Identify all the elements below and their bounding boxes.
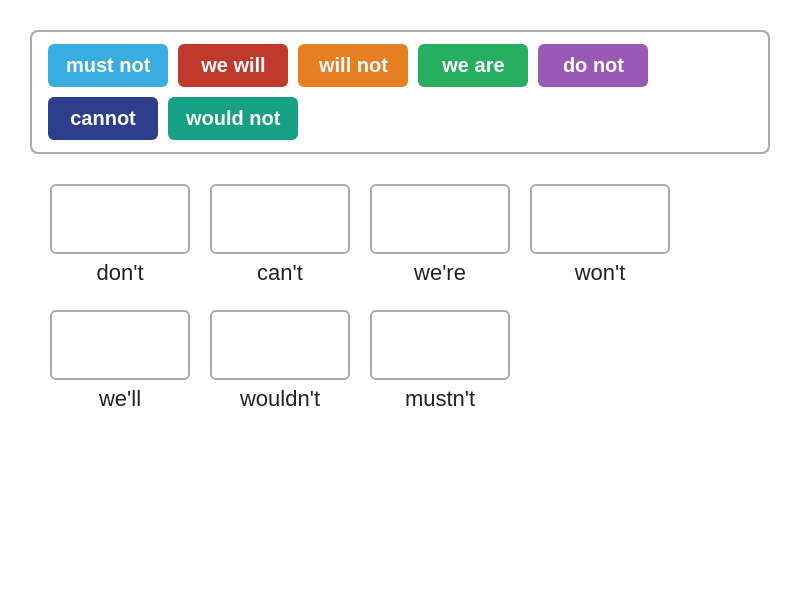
target-group-were: we're <box>370 184 510 286</box>
word-bank: must notwe willwill notwe aredo notcanno… <box>30 30 770 154</box>
chip-do-not[interactable]: do not <box>538 44 648 87</box>
drop-box-were[interactable] <box>370 184 510 254</box>
target-group-wont: won't <box>530 184 670 286</box>
drop-box-cant[interactable] <box>210 184 350 254</box>
chip-must-not[interactable]: must not <box>48 44 168 87</box>
chip-we-will[interactable]: we will <box>178 44 288 87</box>
target-label-dont: don't <box>96 260 143 286</box>
drop-targets-row2: we'llwouldn'tmustn't <box>30 310 770 412</box>
target-label-cant: can't <box>257 260 303 286</box>
target-label-were: we're <box>414 260 466 286</box>
chip-we-are[interactable]: we are <box>418 44 528 87</box>
drop-box-mustnt[interactable] <box>370 310 510 380</box>
targets-section: don'tcan'twe'rewon't we'llwouldn'tmustn'… <box>30 184 770 416</box>
target-group-well: we'll <box>50 310 190 412</box>
drop-box-dont[interactable] <box>50 184 190 254</box>
target-label-wouldnt: wouldn't <box>240 386 320 412</box>
target-group-dont: don't <box>50 184 190 286</box>
target-group-cant: can't <box>210 184 350 286</box>
chip-cannot[interactable]: cannot <box>48 97 158 140</box>
target-group-mustnt: mustn't <box>370 310 510 412</box>
drop-box-wouldnt[interactable] <box>210 310 350 380</box>
drop-box-well[interactable] <box>50 310 190 380</box>
target-group-wouldnt: wouldn't <box>210 310 350 412</box>
chip-will-not[interactable]: will not <box>298 44 408 87</box>
target-label-well: we'll <box>99 386 141 412</box>
target-label-mustnt: mustn't <box>405 386 475 412</box>
drop-targets-row1: don'tcan'twe'rewon't <box>30 184 770 286</box>
drop-box-wont[interactable] <box>530 184 670 254</box>
chip-would-not[interactable]: would not <box>168 97 298 140</box>
target-label-wont: won't <box>575 260 626 286</box>
